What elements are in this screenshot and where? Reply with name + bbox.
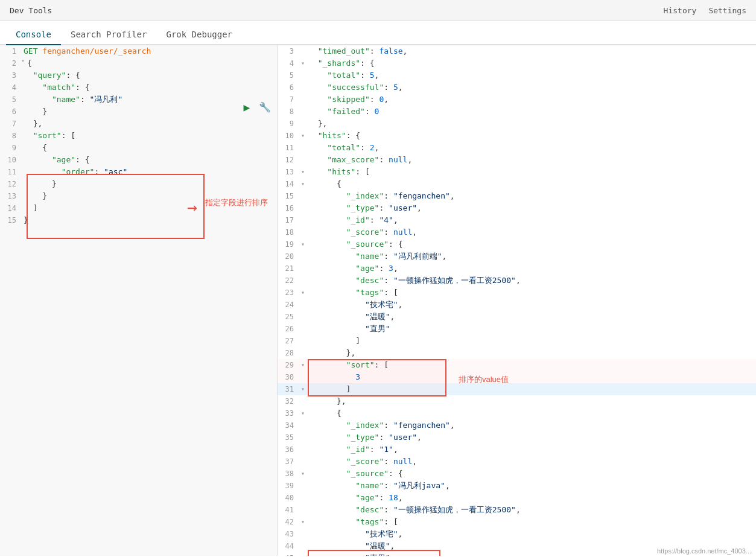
resp-line-42: 42 ▾ "tags": [ [278,516,756,528]
editor-line-4: 4 "match": { [0,81,277,94]
resp-line-27: 27 ] [278,335,756,347]
editor-line-9: 9 { [0,142,277,154]
resp-line-18: 18 "_score": null, [278,226,756,238]
resp-line-37: 37 "_score": null, [278,456,756,468]
settings-button[interactable]: Settings [708,6,746,15]
tab-console[interactable]: Console [6,25,61,45]
resp-line-29: 29 ▾ "sort": [ [278,359,756,371]
editor-line-15: 15 } [0,214,277,226]
main-content: 1 GET fenganchen/user/_search 2 ▾ { 3 "q… [0,45,756,556]
editor-line-7: 7 }, [0,118,277,130]
editor-line-11: 11 "order": "asc" [0,166,277,178]
editor-line-1: 1 GET fenganchen/user/_search [0,45,277,57]
editor-line-3: 3 "query": { [0,69,277,81]
resp-line-23: 23 ▾ "tags": [ [278,287,756,299]
editor-line-12: 12 } [0,178,277,190]
resp-line-22: 22 "desc": "一顿操作猛如虎，一看工资2500", [278,275,756,287]
editor-toolbar: ▶ 🔧 [240,100,272,114]
response-panel[interactable]: 3 "timed_out": false, 4 ▾ "_shards": { 5… [278,45,756,556]
editor-line-8: 8 "sort": [ [0,130,277,142]
resp-line-38: 38 ▾ "_source": { [278,468,756,480]
editor-panel: 1 GET fenganchen/user/_search 2 ▾ { 3 "q… [0,45,278,556]
resp-line-43: 43 "技术宅", [278,528,756,540]
resp-line-30: 30 3 [278,371,756,383]
resp-line-28: 28 }, [278,347,756,359]
resp-line-21: 21 "age": 3, [278,263,756,275]
resp-line-20: 20 "name": "冯凡利前端", [278,250,756,263]
editor-line-5: 5 "name": "冯凡利" [0,94,277,106]
resp-line-8: 8 "failed": 0 [278,106,756,118]
resp-line-16: 16 "_type": "user", [278,202,756,214]
watermark: https://blog.csdn.net/mc_4003... [657,547,751,555]
titlebar: Dev Tools History Settings [0,0,756,21]
resp-line-39: 39 "name": "冯凡利java", [278,480,756,492]
resp-line-33: 33 ▾ { [278,407,756,419]
resp-line-35: 35 "_type": "user", [278,431,756,444]
resp-line-15: 15 "_index": "fenganchen", [278,190,756,202]
resp-line-32: 32 }, [278,395,756,407]
resp-line-5: 5 "total": 5, [278,69,756,81]
resp-line-3: 3 "timed_out": false, [278,45,756,57]
resp-line-19: 19 ▾ "_source": { [278,238,756,250]
tab-search-profiler[interactable]: Search Profiler [61,25,156,45]
resp-line-12: 12 "max_score": null, [278,154,756,166]
resp-line-24: 24 "技术宅", [278,299,756,311]
resp-line-4: 4 ▾ "_shards": { [278,57,756,69]
resp-line-9: 9 }, [278,118,756,130]
resp-line-41: 41 "desc": "一顿操作猛如虎，一看工资2500", [278,504,756,516]
titlebar-actions: History Settings [664,6,746,15]
app-title: Dev Tools [10,6,52,15]
editor-line-13: 13 } [0,190,277,202]
resp-line-13: 13 ▾ "hits": [ [278,166,756,178]
tabbar: Console Search Profiler Grok Debugger [0,21,756,45]
resp-line-11: 11 "total": 2, [278,142,756,154]
resp-line-7: 7 "skipped": 0, [278,94,756,106]
run-button[interactable]: ▶ [240,100,254,114]
resp-line-10: 10 ▾ "hits": { [278,130,756,142]
resp-line-14: 14 ▾ { [278,178,756,190]
settings-icon[interactable]: 🔧 [258,100,272,114]
editor-line-14: 14 ] [0,202,277,214]
editor-line-6: 6 } [0,106,277,118]
resp-line-26: 26 "直男" [278,323,756,335]
editor-line-10: 10 "age": { [0,154,277,166]
resp-line-36: 36 "_id": "1", [278,444,756,456]
resp-line-31: 31 ▾ ] [278,383,756,395]
resp-line-17: 17 "_id": "4", [278,214,756,226]
editor-area[interactable]: 1 GET fenganchen/user/_search 2 ▾ { 3 "q… [0,45,277,556]
resp-line-34: 34 "_index": "fenganchen", [278,419,756,431]
editor-line-2: 2 ▾ { [0,57,277,69]
resp-line-6: 6 "successful": 5, [278,81,756,94]
resp-line-25: 25 "温暖", [278,311,756,323]
resp-line-40: 40 "age": 18, [278,492,756,504]
tab-grok-debugger[interactable]: Grok Debugger [156,25,242,45]
history-button[interactable]: History [664,6,697,15]
